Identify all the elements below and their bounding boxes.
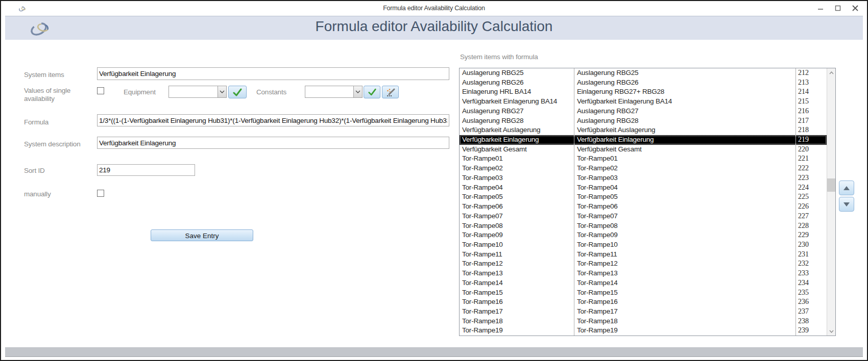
list-row[interactable]: Tor-Rampe12Tor-Rampe12232 bbox=[460, 259, 827, 269]
list-cell-sort-id: 237 bbox=[796, 307, 827, 317]
list-cell-description: Auslagerung RBG28 bbox=[574, 116, 796, 126]
list-cell-description: Verfügbarkeit Gesamt bbox=[574, 145, 796, 154]
system-items-input[interactable] bbox=[97, 67, 449, 80]
list-row[interactable]: Tor-Rampe17Tor-Rampe17237 bbox=[460, 307, 827, 317]
list-row[interactable]: Verfügbarkeit AuslagerungVerfügbarkeit A… bbox=[460, 125, 827, 135]
list-cell-description: Einlagerung RBG27+ RBG28 bbox=[574, 87, 796, 97]
close-button[interactable] bbox=[852, 5, 859, 12]
chevron-down-icon[interactable] bbox=[218, 86, 226, 97]
list-cell-sort-id: 213 bbox=[796, 78, 827, 88]
list-row[interactable]: Verfügbarkeit Einlagerung BA14Verfügbark… bbox=[460, 97, 827, 107]
list-cell-name: Tor-Rampe15 bbox=[460, 288, 574, 298]
list-cell-description: Tor-Rampe10 bbox=[574, 240, 796, 250]
chevron-down-icon[interactable] bbox=[353, 86, 362, 97]
list-row[interactable]: Tor-Rampe19Tor-Rampe19239 bbox=[460, 326, 827, 336]
list-cell-description: Tor-Rampe16 bbox=[574, 297, 796, 307]
list-cell-name: Tor-Rampe19 bbox=[460, 326, 574, 336]
list-cell-sort-id: 234 bbox=[796, 278, 827, 288]
equipment-dropdown[interactable] bbox=[168, 86, 227, 98]
list-row[interactable]: Tor-Rampe13Tor-Rampe13233 bbox=[460, 269, 827, 278]
system-items-list: Auslagerung RBG25Auslagerung RBG25212Aus… bbox=[459, 68, 836, 336]
system-description-label: System description bbox=[24, 140, 80, 148]
list-cell-description: Tor-Rampe01 bbox=[574, 154, 796, 164]
list-cell-description: Tor-Rampe17 bbox=[574, 307, 796, 317]
scrollbar-thumb[interactable] bbox=[827, 178, 835, 192]
app-window: Formula editor Availability Calculation … bbox=[0, 0, 868, 361]
list-cell-sort-id: 232 bbox=[796, 259, 827, 269]
list-row-selected[interactable]: Verfügbarkeit EinlagerungVerfügbarkeit E… bbox=[460, 135, 827, 145]
list-cell-description: Tor-Rampe18 bbox=[574, 317, 796, 326]
list-cell-sort-id: 215 bbox=[796, 97, 827, 107]
list-row[interactable]: Auslagerung RBG28Auslagerung RBG28217 bbox=[460, 116, 827, 126]
list-row[interactable]: Tor-Rampe18Tor-Rampe18238 bbox=[460, 317, 827, 326]
minimize-button[interactable] bbox=[817, 5, 824, 12]
save-entry-button[interactable]: Save Entry bbox=[151, 229, 253, 241]
list-cell-sort-id: 228 bbox=[796, 221, 827, 231]
list-row[interactable]: Verfügbarkeit GesamtVerfügbarkeit Gesamt… bbox=[460, 145, 827, 154]
list-row[interactable]: Tor-Rampe06Tor-Rampe06226 bbox=[460, 202, 827, 212]
system-description-input[interactable] bbox=[97, 137, 449, 149]
values-of-single-availability-label: Values of singleavailability bbox=[24, 87, 80, 103]
list-row[interactable]: Tor-Rampe07Tor-Rampe07227 bbox=[460, 212, 827, 221]
constants-dropdown-value bbox=[305, 86, 353, 97]
list-row[interactable]: Tor-Rampe01Tor-Rampe01221 bbox=[460, 154, 827, 164]
list-cell-description: Auslagerung RBG27 bbox=[574, 107, 796, 116]
list-row[interactable]: Tor-Rampe08Tor-Rampe08228 bbox=[460, 221, 827, 231]
list-row[interactable]: Tor-Rampe09Tor-Rampe09229 bbox=[460, 230, 827, 240]
move-item-down-button[interactable] bbox=[839, 197, 854, 212]
list-cell-name: Tor-Rampe08 bbox=[460, 221, 574, 231]
formula-wizard-button[interactable] bbox=[382, 86, 399, 98]
list-cell-sort-id: 218 bbox=[796, 125, 827, 135]
equipment-apply-button[interactable] bbox=[228, 86, 247, 98]
list-cell-description: Verfügbarkeit Auslagerung bbox=[574, 125, 796, 135]
manually-label: manually bbox=[24, 190, 51, 198]
list-row[interactable]: Tor-Rampe10Tor-Rampe10230 bbox=[460, 240, 827, 250]
list-cell-sort-id: 233 bbox=[796, 269, 827, 278]
list-rows: Auslagerung RBG25Auslagerung RBG25212Aus… bbox=[460, 68, 827, 336]
scroll-down-icon[interactable] bbox=[827, 327, 835, 336]
values-availability-checkbox[interactable] bbox=[97, 87, 104, 94]
list-cell-name: Tor-Rampe17 bbox=[460, 307, 574, 317]
sort-id-input[interactable] bbox=[97, 164, 195, 176]
list-cell-name: Einlagerung HRL BA14 bbox=[460, 87, 574, 97]
list-cell-sort-id: 214 bbox=[796, 87, 827, 97]
list-row[interactable]: Tor-Rampe05Tor-Rampe05225 bbox=[460, 192, 827, 202]
list-row[interactable]: Tor-Rampe16Tor-Rampe16236 bbox=[460, 297, 827, 307]
list-cell-name: Tor-Rampe11 bbox=[460, 250, 574, 260]
list-row[interactable]: Tor-Rampe14Tor-Rampe14234 bbox=[460, 278, 827, 288]
list-row[interactable]: Tor-Rampe11Tor-Rampe11231 bbox=[460, 250, 827, 260]
list-cell-description: Tor-Rampe19 bbox=[574, 326, 796, 336]
formula-input[interactable] bbox=[97, 114, 449, 126]
list-cell-name: Tor-Rampe13 bbox=[460, 269, 574, 278]
maximize-button[interactable] bbox=[834, 5, 841, 12]
list-cell-name: Tor-Rampe09 bbox=[460, 230, 574, 240]
system-items-label: System items bbox=[24, 71, 64, 79]
list-scrollbar[interactable] bbox=[827, 68, 835, 336]
list-cell-description: Verfügbarkeit Einlagerung bbox=[574, 135, 796, 145]
list-cell-sort-id: 236 bbox=[796, 297, 827, 307]
equipment-label: Equipment bbox=[124, 88, 156, 96]
list-cell-sort-id: 217 bbox=[796, 116, 827, 126]
list-row[interactable]: Auslagerung RBG26Auslagerung RBG26213 bbox=[460, 78, 827, 88]
arrow-up-icon bbox=[843, 186, 850, 190]
manually-checkbox[interactable] bbox=[97, 190, 104, 197]
list-cell-name: Verfügbarkeit Auslagerung bbox=[460, 125, 574, 135]
constants-dropdown[interactable] bbox=[305, 86, 363, 98]
list-row[interactable]: Einlagerung HRL BA14Einlagerung RBG27+ R… bbox=[460, 87, 827, 97]
scroll-up-icon[interactable] bbox=[827, 68, 835, 77]
list-row[interactable]: Tor-Rampe04Tor-Rampe04224 bbox=[460, 183, 827, 193]
list-row[interactable]: Tor-Rampe02Tor-Rampe02222 bbox=[460, 164, 827, 173]
constants-apply-button[interactable] bbox=[364, 86, 380, 98]
list-cell-name: Auslagerung RBG25 bbox=[460, 68, 574, 78]
list-row[interactable]: Tor-Rampe15Tor-Rampe15235 bbox=[460, 288, 827, 298]
list-row[interactable]: Auslagerung RBG25Auslagerung RBG25212 bbox=[460, 68, 827, 78]
list-cell-name: Auslagerung RBG27 bbox=[460, 107, 574, 116]
move-item-up-button[interactable] bbox=[839, 181, 854, 195]
list-row[interactable]: Tor-Rampe03Tor-Rampe03223 bbox=[460, 173, 827, 183]
window-title: Formula editor Availability Calculation bbox=[1, 1, 867, 15]
list-cell-name: Tor-Rampe12 bbox=[460, 259, 574, 269]
list-cell-sort-id: 235 bbox=[796, 288, 827, 298]
list-row[interactable]: Auslagerung RBG27Auslagerung RBG27216 bbox=[460, 107, 827, 116]
constants-label: Constants bbox=[256, 88, 286, 96]
list-cell-description: Tor-Rampe07 bbox=[574, 212, 796, 221]
